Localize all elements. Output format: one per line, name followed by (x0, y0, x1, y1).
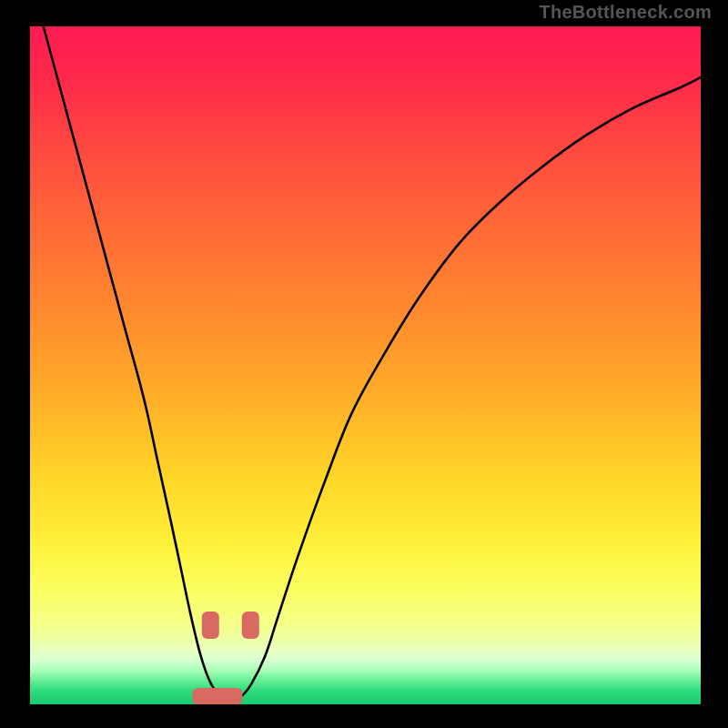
curve-nodule (242, 612, 258, 639)
plot-area (30, 26, 701, 704)
bottleneck-curve (30, 26, 701, 704)
watermark-text: TheBottleneck.com (539, 2, 712, 23)
curve-nodule (202, 612, 218, 639)
curve-nodule (192, 688, 242, 704)
